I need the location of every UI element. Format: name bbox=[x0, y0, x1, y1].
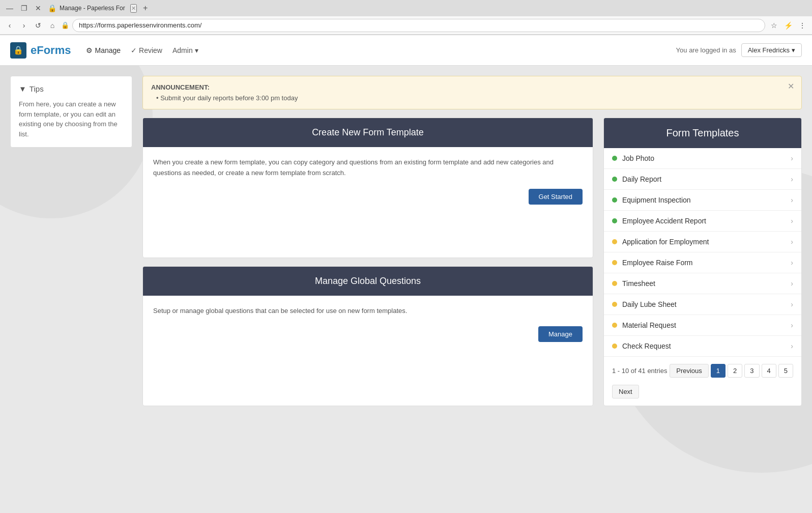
template-dot-job-photo bbox=[612, 156, 617, 161]
extensions-button[interactable]: ⚡ bbox=[782, 20, 794, 31]
nav-review[interactable]: ✓ Review bbox=[131, 46, 162, 54]
logo-text: eForms bbox=[31, 44, 71, 57]
nav-items: ⚙ Manage ✓ Review Admin ▾ bbox=[86, 46, 676, 54]
template-dot-employee-raise bbox=[612, 260, 617, 265]
template-item-application[interactable]: Application for Employment › bbox=[604, 232, 801, 252]
tips-text: From here, you can create a new form tem… bbox=[19, 99, 124, 139]
right-panel: Form Templates Job Photo › bbox=[603, 118, 802, 406]
nav-manage[interactable]: ⚙ Manage bbox=[86, 46, 121, 54]
prev-next-row: Next bbox=[604, 385, 801, 406]
global-card-description: Setup or manage global questions that ca… bbox=[153, 306, 583, 317]
announcement-close-button[interactable]: ✕ bbox=[788, 81, 794, 91]
templates-box: Form Templates Job Photo › bbox=[603, 118, 802, 406]
sidebar: ▼ Tips From here, you can create a new f… bbox=[10, 76, 132, 486]
template-dot-timesheet bbox=[612, 281, 617, 286]
manage-button[interactable]: Manage bbox=[538, 326, 583, 342]
triangle-icon: ▼ bbox=[19, 84, 26, 93]
page-4-button[interactable]: 4 bbox=[762, 364, 776, 378]
get-started-button[interactable]: Get Started bbox=[529, 189, 583, 205]
minimize-button[interactable]: — bbox=[4, 3, 15, 14]
tab-title: Manage - Paperless For bbox=[60, 5, 125, 12]
template-item-equipment-inspection[interactable]: Equipment Inspection › bbox=[604, 190, 801, 211]
template-item-timesheet[interactable]: Timesheet › bbox=[604, 273, 801, 294]
user-chevron-icon: ▾ bbox=[792, 46, 795, 54]
template-dot-application bbox=[612, 239, 617, 244]
tips-header: ▼ Tips bbox=[19, 84, 124, 93]
page-1-button[interactable]: 1 bbox=[711, 364, 726, 378]
template-dot-material-request bbox=[612, 323, 617, 328]
announcement-label: ANNOUNCEMENT: bbox=[151, 83, 781, 91]
logged-in-as-text: You are logged in as bbox=[676, 46, 736, 54]
logo-icon: 🔒 bbox=[10, 42, 26, 59]
page-3-button[interactable]: 3 bbox=[744, 364, 759, 378]
admin-chevron-icon: ▾ bbox=[195, 46, 198, 54]
template-item-employee-accident[interactable]: Employee Accident Report › bbox=[604, 211, 801, 232]
chevron-right-icon-4: › bbox=[791, 217, 793, 225]
create-card-description: When you create a new form template, you… bbox=[153, 157, 583, 179]
bookmark-star[interactable]: ☆ bbox=[768, 20, 779, 31]
template-item-job-photo[interactable]: Job Photo › bbox=[604, 148, 801, 169]
tips-label: Tips bbox=[30, 84, 44, 93]
logo-area[interactable]: 🔒 eForms bbox=[10, 42, 71, 59]
username-label: Alex Fredricks bbox=[748, 46, 790, 54]
reload-button[interactable]: ↺ bbox=[33, 20, 44, 31]
lock-icon: 🔒 bbox=[61, 21, 69, 29]
gear-icon: ⚙ bbox=[86, 46, 93, 54]
app-header: 🔒 eForms ⚙ Manage ✓ Review Admin ▾ You a… bbox=[0, 35, 812, 66]
chevron-right-icon: › bbox=[791, 154, 793, 162]
main-wrapper: ▼ Tips From here, you can create a new f… bbox=[0, 66, 812, 496]
template-dot-employee-accident bbox=[612, 218, 617, 223]
chevron-right-icon-5: › bbox=[791, 238, 793, 246]
user-area: You are logged in as Alex Fredricks ▾ bbox=[676, 43, 802, 57]
template-name-job-photo: Job Photo bbox=[622, 154, 654, 162]
template-name-employee-raise: Employee Raise Form bbox=[622, 259, 693, 267]
browser-controls: — ❐ ✕ bbox=[4, 3, 44, 14]
announcement-box: ANNOUNCEMENT: Submit your daily reports … bbox=[142, 76, 802, 109]
chevron-right-icon-3: › bbox=[791, 196, 793, 204]
forward-button[interactable]: › bbox=[18, 20, 30, 31]
template-name-material-request: Material Request bbox=[622, 321, 676, 329]
chevron-right-icon-8: › bbox=[791, 300, 793, 308]
template-name-equipment-inspection: Equipment Inspection bbox=[622, 196, 691, 204]
home-button[interactable]: ⌂ bbox=[47, 20, 58, 31]
template-name-check-request: Check Request bbox=[622, 342, 671, 350]
template-item-check-request[interactable]: Check Request › bbox=[604, 336, 801, 357]
template-item-material-request[interactable]: Material Request › bbox=[604, 315, 801, 336]
page-5-button[interactable]: 5 bbox=[778, 364, 793, 378]
pagination-info: 1 - 10 of 41 entries bbox=[612, 367, 667, 375]
chevron-right-icon-10: › bbox=[791, 342, 793, 350]
previous-button[interactable]: Previous bbox=[670, 364, 709, 378]
tips-box: ▼ Tips From here, you can create a new f… bbox=[10, 76, 132, 148]
template-item-daily-lube[interactable]: Daily Lube Sheet › bbox=[604, 294, 801, 315]
user-dropdown-button[interactable]: Alex Fredricks ▾ bbox=[741, 43, 802, 57]
url-input[interactable] bbox=[72, 19, 765, 32]
template-dot-equipment-inspection bbox=[612, 197, 617, 203]
page-2-button[interactable]: 2 bbox=[728, 364, 742, 378]
browser-chrome: — ❐ ✕ 🔒 Manage - Paperless For ✕ + ‹ › ↺… bbox=[0, 0, 812, 35]
chevron-right-icon-7: › bbox=[791, 279, 793, 288]
pagination-controls: Previous 1 2 3 4 5 bbox=[670, 364, 793, 378]
global-questions-card: Manage Global Questions Setup or manage … bbox=[142, 266, 593, 407]
main-content: ▼ Tips From here, you can create a new f… bbox=[0, 66, 812, 496]
nav-admin[interactable]: Admin ▾ bbox=[172, 46, 198, 54]
template-name-daily-report: Daily Report bbox=[622, 175, 661, 183]
nav-review-label: Review bbox=[139, 46, 162, 54]
content-row: Create New Form Template When you create… bbox=[142, 118, 802, 406]
menu-button[interactable]: ⋮ bbox=[797, 20, 808, 31]
next-button[interactable]: Next bbox=[612, 385, 639, 398]
new-tab-button[interactable]: + bbox=[140, 3, 151, 14]
tab-close-button[interactable]: ✕ bbox=[130, 4, 137, 13]
template-item-employee-raise[interactable]: Employee Raise Form › bbox=[604, 252, 801, 273]
template-item-daily-report[interactable]: Daily Report › bbox=[604, 169, 801, 190]
chevron-right-icon-6: › bbox=[791, 259, 793, 267]
back-button[interactable]: ‹ bbox=[4, 20, 15, 31]
templates-header: Form Templates bbox=[604, 118, 801, 148]
template-name-employee-accident: Employee Accident Report bbox=[622, 217, 706, 225]
close-button[interactable]: ✕ bbox=[33, 3, 44, 14]
global-card-header: Manage Global Questions bbox=[143, 267, 593, 296]
pagination-area: 1 - 10 of 41 entries Previous 1 2 3 4 5 bbox=[604, 357, 801, 385]
maximize-button[interactable]: ❐ bbox=[18, 3, 30, 14]
template-list: Job Photo › Daily Report › bbox=[604, 148, 801, 357]
template-name-daily-lube: Daily Lube Sheet bbox=[622, 300, 677, 308]
template-dot-check-request bbox=[612, 344, 617, 349]
